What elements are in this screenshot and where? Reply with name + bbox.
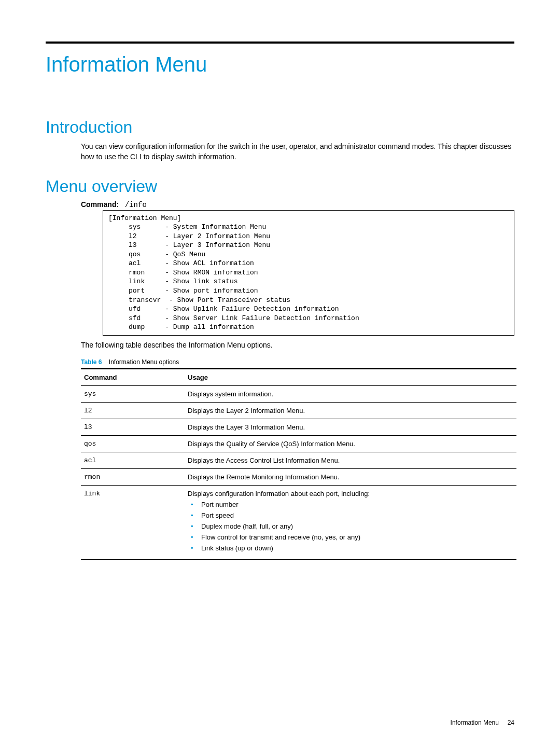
usage-bullet-list: Port numberPort speedDuplex mode (half, … (188, 501, 513, 552)
cell-usage: Displays system information. (185, 385, 516, 402)
section-overview-heading: Menu overview (46, 177, 514, 196)
cell-command: rmon (81, 468, 185, 485)
page-footer: Information Menu 24 (451, 719, 514, 726)
cell-usage: Displays the Layer 3 Information Menu. (185, 419, 516, 435)
usage-bullet-item: Flow control for transmit and receive (n… (199, 533, 513, 541)
table-row: aclDisplays the Access Control List Info… (81, 452, 516, 468)
usage-text: Displays the Layer 2 Information Menu. (188, 407, 513, 414)
section-introduction-heading: Introduction (46, 118, 514, 137)
usage-bullet-item: Port number (199, 501, 513, 508)
usage-bullet-item: Port speed (199, 511, 513, 519)
usage-text: Displays the Access Control List Informa… (188, 457, 513, 464)
usage-text: Displays the Layer 3 Information Menu. (188, 423, 513, 431)
cell-command: acl (81, 452, 185, 468)
table-caption-label: Table 6 (81, 358, 102, 366)
table-row: rmonDisplays the Remote Monitoring Infor… (81, 468, 516, 485)
command-line: Command: /info (81, 200, 514, 209)
cell-command: link (81, 485, 185, 559)
column-command: Command (81, 368, 185, 385)
cell-usage: Displays the Remote Monitoring Informati… (185, 468, 516, 485)
top-rule (46, 42, 514, 44)
table-caption-text: Information Menu options (109, 358, 179, 366)
table-intro-text: The following table describes the Inform… (81, 341, 514, 349)
table-row: l2Displays the Layer 2 Information Menu. (81, 402, 516, 419)
cell-command: sys (81, 385, 185, 402)
usage-text: Displays the Remote Monitoring Informati… (188, 473, 513, 481)
usage-text: Displays configuration information about… (188, 490, 513, 497)
usage-bullet-item: Link status (up or down) (199, 544, 513, 552)
cell-usage: Displays configuration information about… (185, 485, 516, 559)
column-usage: Usage (185, 368, 516, 385)
cell-usage: Displays the Access Control List Informa… (185, 452, 516, 468)
usage-text: Displays system information. (188, 390, 513, 398)
table-row: qosDisplays the Quality of Service (QoS)… (81, 435, 516, 452)
cell-command: l2 (81, 402, 185, 419)
options-table: Command Usage sysDisplays system informa… (81, 368, 516, 560)
table-row: linkDisplays configuration information a… (81, 485, 516, 559)
page-title: Information Menu (46, 53, 514, 76)
cell-command: l3 (81, 419, 185, 435)
cell-command: qos (81, 435, 185, 452)
table-caption: Table 6 Information Menu options (81, 358, 514, 366)
cell-usage: Displays the Layer 2 Information Menu. (185, 402, 516, 419)
usage-bullet-item: Duplex mode (half, full, or any) (199, 522, 513, 530)
introduction-body: You can view configuration information f… (81, 141, 514, 162)
cli-output-box: [Information Menu] sys - System Informat… (103, 210, 514, 336)
table-row: l3Displays the Layer 3 Information Menu. (81, 419, 516, 435)
footer-page-number: 24 (508, 719, 514, 726)
command-label: Command: (81, 200, 119, 209)
usage-text: Displays the Quality of Service (QoS) In… (188, 440, 513, 448)
command-value: /info (125, 201, 147, 209)
footer-text: Information Menu (451, 719, 499, 726)
table-row: sysDisplays system information. (81, 385, 516, 402)
cell-usage: Displays the Quality of Service (QoS) In… (185, 435, 516, 452)
